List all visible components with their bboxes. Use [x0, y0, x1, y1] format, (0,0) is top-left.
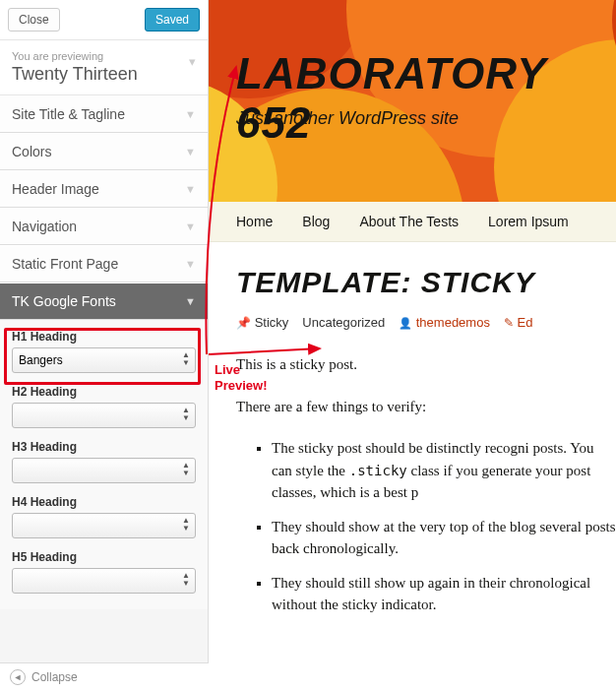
field-label: H2 Heading [12, 385, 196, 399]
field-h5-heading: H5 Heading ▲▼ [12, 550, 196, 594]
edit-icon: ✎ [504, 316, 514, 330]
h3-font-select[interactable] [12, 458, 196, 483]
chevron-down-icon: ▾ [189, 54, 196, 69]
h2-font-select[interactable] [12, 403, 196, 428]
field-label: H5 Heading [12, 550, 196, 564]
section-colors[interactable]: Colors▼ [0, 133, 208, 170]
site-title[interactable]: Laboratory 652 [236, 49, 616, 148]
post-title[interactable]: Template: Sticky [236, 266, 616, 299]
nav-home[interactable]: Home [236, 214, 273, 229]
site-tagline: Just another WordPress site [236, 108, 459, 129]
chevron-down-icon: ▼ [185, 183, 196, 195]
field-h3-heading: H3 Heading ▲▼ [12, 440, 196, 483]
section-header-image[interactable]: Header Image▼ [0, 170, 208, 208]
list-item: The sticky post should be distinctly rec… [272, 437, 616, 504]
theme-preview-info[interactable]: You are previewing Twenty Thirteen ▾ [0, 40, 208, 95]
section-site-title[interactable]: Site Title & Tagline▼ [0, 95, 208, 133]
h4-font-select[interactable] [12, 513, 196, 538]
chevron-down-icon: ▼ [185, 146, 196, 157]
pin-icon: 📌 [236, 316, 251, 330]
post-content: Template: Sticky 📌 Sticky Uncategorized … [209, 242, 616, 616]
close-button[interactable]: Close [8, 8, 60, 31]
h1-font-select[interactable]: Bangers [12, 347, 196, 373]
field-h4-heading: H4 Heading ▲▼ [12, 495, 196, 538]
person-icon: 👤 [399, 317, 412, 329]
collapse-button[interactable]: ◄ Collapse [0, 662, 209, 691]
category-link[interactable]: Uncategorized [302, 315, 385, 330]
list-item: They should show at the very top of the … [272, 516, 616, 560]
customizer-sidebar: Close Saved You are previewing Twenty Th… [0, 0, 209, 691]
author-link[interactable]: themedemos [416, 315, 490, 330]
field-h2-heading: H2 Heading ▲▼ [12, 385, 196, 428]
section-navigation[interactable]: Navigation▼ [0, 208, 208, 245]
chevron-down-icon: ▼ [185, 258, 196, 270]
sticky-label: Sticky [255, 315, 289, 330]
collapse-icon: ◄ [10, 669, 26, 685]
chevron-down-icon: ▼ [185, 295, 196, 307]
fonts-panel: H1 Heading Bangers ▲▼ H2 Heading ▲▼ H3 H… [0, 320, 208, 609]
field-label: H4 Heading [12, 495, 196, 509]
main-nav: Home Blog About The Tests Lorem Ipsum [209, 202, 616, 242]
saved-button[interactable]: Saved [145, 8, 200, 31]
chevron-down-icon: ▼ [185, 220, 196, 232]
nav-about[interactable]: About The Tests [359, 214, 459, 229]
edit-link[interactable]: Ed [518, 315, 533, 330]
sidebar-actions: Close Saved [0, 0, 208, 40]
theme-name: Twenty Thirteen [12, 64, 196, 85]
field-h1-heading: H1 Heading Bangers ▲▼ [12, 330, 196, 373]
chevron-down-icon: ▼ [185, 108, 196, 120]
nav-blog[interactable]: Blog [302, 214, 330, 229]
field-label: H3 Heading [12, 440, 196, 454]
post-list: The sticky post should be distinctly rec… [272, 437, 616, 616]
previewing-label: You are previewing [12, 50, 196, 62]
field-label: H1 Heading [12, 330, 196, 344]
nav-lorem[interactable]: Lorem Ipsum [488, 214, 569, 229]
site-header: Laboratory 652 Just another WordPress si… [209, 0, 616, 202]
post-paragraph: There are a few things to verify: [236, 396, 616, 418]
list-item: They should still show up again in their… [272, 572, 616, 616]
h5-font-select[interactable] [12, 568, 196, 594]
post-meta: 📌 Sticky Uncategorized 👤 themedemos ✎ Ed [236, 315, 616, 330]
live-preview: Laboratory 652 Just another WordPress si… [209, 0, 616, 691]
post-paragraph: This is a sticky post. [236, 353, 616, 376]
section-static-front-page[interactable]: Static Front Page▼ [0, 245, 208, 283]
section-tk-google-fonts[interactable]: TK Google Fonts▼ [0, 283, 208, 320]
